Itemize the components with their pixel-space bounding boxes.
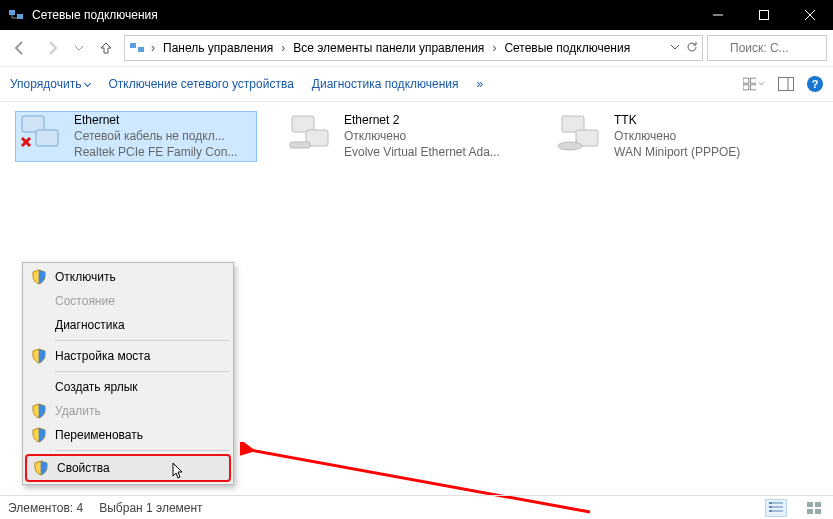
more-commands-button[interactable]: » — [477, 77, 484, 91]
svg-rect-25 — [807, 509, 813, 514]
connection-status: Отключено — [344, 128, 500, 144]
close-button[interactable] — [787, 0, 833, 30]
svg-rect-23 — [807, 502, 813, 507]
content-pane: Ethernet Сетевой кабель не подкл... Real… — [0, 102, 833, 495]
view-options-button[interactable] — [743, 73, 765, 95]
address-bar[interactable]: › Панель управления › Все элементы панел… — [124, 35, 703, 61]
organize-button[interactable]: Упорядочить — [10, 77, 90, 91]
context-menu-separator — [55, 340, 229, 341]
up-button[interactable] — [92, 34, 120, 62]
chevron-down-icon[interactable] — [670, 41, 680, 56]
title-bar: Сетевые подключения — [0, 0, 833, 30]
svg-rect-24 — [815, 502, 821, 507]
status-count: Элементов: 4 — [8, 501, 83, 515]
back-button[interactable] — [6, 34, 34, 62]
chevron-right-icon: › — [279, 41, 287, 55]
context-menu-item[interactable]: Настройка моста — [25, 344, 231, 368]
connection-device: Evolve Virtual Ethernet Ada... — [344, 144, 500, 160]
context-menu-item: Удалить — [25, 399, 231, 423]
app-icon — [8, 7, 24, 23]
svg-rect-21 — [769, 506, 772, 508]
breadcrumb-item[interactable]: Панель управления — [161, 41, 275, 55]
context-menu-label: Удалить — [55, 404, 101, 418]
help-button[interactable]: ? — [807, 76, 823, 92]
svg-rect-15 — [290, 142, 310, 148]
svg-rect-8 — [750, 85, 756, 90]
address-row: › Панель управления › Все элементы панел… — [0, 30, 833, 66]
connection-name: TTK — [614, 112, 740, 128]
context-menu-item[interactable]: Переименовать — [25, 423, 231, 447]
connection-name: Ethernet 2 — [344, 112, 500, 128]
connection-list: Ethernet Сетевой кабель не подкл... Real… — [0, 102, 833, 171]
svg-rect-20 — [769, 502, 772, 504]
svg-point-18 — [558, 142, 582, 150]
context-menu-label: Свойства — [57, 461, 110, 475]
context-menu-item[interactable]: Создать ярлык — [25, 375, 231, 399]
svg-rect-2 — [760, 11, 769, 20]
search-input[interactable]: Поиск: С... — [707, 35, 827, 61]
svg-rect-22 — [769, 510, 772, 512]
svg-rect-0 — [9, 10, 15, 15]
context-menu-item[interactable]: Свойства — [25, 454, 231, 482]
chevron-right-icon: › — [490, 41, 498, 55]
svg-rect-6 — [750, 78, 756, 83]
context-menu-item[interactable]: Диагностика — [25, 313, 231, 337]
connection-device: Realtek PCIe FE Family Con... — [74, 144, 237, 160]
context-menu-label: Создать ярлык — [55, 380, 138, 394]
svg-rect-7 — [743, 85, 749, 90]
connection-item-ethernet2[interactable]: Ethernet 2 Отключено Evolve Virtual Ethe… — [286, 112, 526, 161]
minimize-button[interactable] — [695, 0, 741, 30]
svg-rect-12 — [36, 130, 58, 146]
nic-disabled-icon — [286, 112, 334, 152]
context-menu-label: Отключить — [55, 270, 116, 284]
breadcrumb-item[interactable]: Сетевые подключения — [502, 41, 632, 55]
preview-pane-button[interactable] — [775, 73, 797, 95]
nic-unplugged-icon — [16, 112, 64, 152]
disable-device-button[interactable]: Отключение сетевого устройства — [108, 77, 293, 91]
connection-item-ttk[interactable]: TTK Отключено WAN Miniport (PPPOE) — [556, 112, 796, 161]
maximize-button[interactable] — [741, 0, 787, 30]
svg-rect-5 — [743, 78, 749, 83]
context-menu-item[interactable]: Отключить — [25, 265, 231, 289]
status-bar: Элементов: 4 Выбран 1 элемент — [0, 495, 833, 519]
connection-name: Ethernet — [74, 112, 237, 128]
connection-device: WAN Miniport (PPPOE) — [614, 144, 740, 160]
control-panel-icon — [129, 40, 145, 56]
large-icons-view-button[interactable] — [803, 499, 825, 517]
context-menu-label: Диагностика — [55, 318, 125, 332]
refresh-icon[interactable] — [686, 41, 698, 56]
forward-button[interactable] — [38, 34, 66, 62]
context-menu: ОтключитьСостояниеДиагностикаНастройка м… — [22, 262, 234, 485]
breadcrumb-item[interactable]: Все элементы панели управления — [291, 41, 486, 55]
history-dropdown[interactable] — [70, 34, 88, 62]
context-menu-item: Состояние — [25, 289, 231, 313]
status-selected: Выбран 1 элемент — [99, 501, 202, 515]
context-menu-label: Настройка моста — [55, 349, 150, 363]
connection-item-ethernet[interactable]: Ethernet Сетевой кабель не подкл... Real… — [16, 112, 256, 161]
command-bar: Упорядочить Отключение сетевого устройст… — [0, 66, 833, 102]
context-menu-separator — [55, 450, 229, 451]
wan-modem-icon — [556, 112, 604, 152]
connection-status: Отключено — [614, 128, 740, 144]
svg-rect-4 — [138, 47, 144, 52]
diagnose-button[interactable]: Диагностика подключения — [312, 77, 459, 91]
context-menu-label: Переименовать — [55, 428, 143, 442]
window-title: Сетевые подключения — [32, 8, 695, 22]
svg-rect-9 — [779, 78, 794, 91]
context-menu-separator — [55, 371, 229, 372]
chevron-right-icon: › — [149, 41, 157, 55]
svg-rect-3 — [130, 43, 136, 48]
svg-rect-26 — [815, 509, 821, 514]
connection-status: Сетевой кабель не подкл... — [74, 128, 237, 144]
details-view-button[interactable] — [765, 499, 787, 517]
context-menu-label: Состояние — [55, 294, 115, 308]
